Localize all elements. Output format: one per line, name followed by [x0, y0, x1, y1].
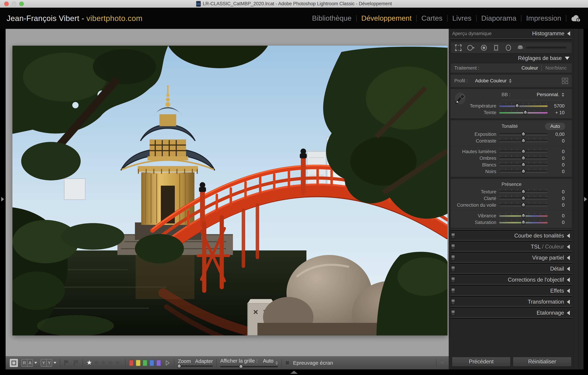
color-label-yellow[interactable] — [136, 360, 140, 366]
panel-switch[interactable] — [451, 266, 455, 272]
auto-tone-button[interactable]: Auto — [545, 123, 565, 130]
slider-value[interactable]: 0 — [548, 162, 572, 168]
white-balance-eyedropper-icon[interactable] — [454, 91, 467, 106]
before-after-splitscreen-button[interactable]: YY — [41, 359, 52, 367]
wb-stepper-icon[interactable] — [562, 93, 564, 97]
zoom-window-button[interactable] — [19, 1, 24, 6]
toolbar-options-icon[interactable] — [440, 362, 444, 364]
slider-label[interactable]: Texture — [451, 189, 499, 195]
panel-switch[interactable] — [451, 310, 455, 316]
panel-header-lens-corrections[interactable]: Corrections de l'objectif — [449, 276, 574, 284]
histogram-collapse-icon[interactable] — [567, 31, 570, 36]
slider-value[interactable]: 0,00 — [548, 132, 572, 137]
slider-value[interactable]: 0 — [548, 149, 572, 154]
before-after-dropdown-icon[interactable] — [34, 362, 37, 364]
module-bibliotheque[interactable]: Bibliothèque — [307, 14, 356, 22]
texture-slider[interactable] — [499, 191, 548, 193]
slider-label[interactable]: Clarté — [451, 196, 499, 201]
slider-label[interactable]: Blancs — [451, 162, 499, 168]
panel-switch[interactable] — [451, 288, 455, 294]
color-label-green[interactable] — [143, 360, 147, 366]
slider-label[interactable]: Exposition — [451, 132, 499, 137]
slider-value[interactable]: 5700 — [548, 103, 572, 109]
slider-knob[interactable] — [520, 131, 526, 137]
panel-switch[interactable] — [451, 255, 455, 261]
radial-filter-tool-icon[interactable] — [504, 44, 512, 52]
profile-stepper-icon[interactable] — [509, 79, 512, 83]
slider-label[interactable]: Saturation — [451, 220, 499, 225]
slider-label[interactable]: Ombres — [451, 156, 499, 161]
vibrance-slider[interactable] — [499, 215, 548, 217]
fit-label[interactable]: Adapter — [195, 358, 213, 364]
color-label-red[interactable] — [129, 360, 134, 366]
clarity-slider[interactable] — [499, 197, 548, 200]
module-cartes[interactable]: Cartes — [417, 14, 447, 22]
panel-switch[interactable] — [451, 299, 455, 305]
profile-browser-icon[interactable] — [562, 78, 568, 84]
panel-header-split-toning[interactable]: Virage partiel — [449, 253, 574, 262]
flag-pick-icon[interactable] — [64, 359, 70, 366]
smart-preview-status[interactable]: Aperçu dynamique — [452, 31, 492, 36]
panel-scrollbar[interactable] — [574, 29, 579, 369]
exposure-slider[interactable] — [499, 133, 548, 135]
close-window-button[interactable] — [4, 1, 9, 6]
module-developpement[interactable]: Développement — [357, 14, 416, 22]
slider-value[interactable]: 0 — [548, 156, 572, 161]
collapse-arrow-icon[interactable] — [567, 311, 570, 315]
dehaze-slider[interactable] — [499, 204, 548, 206]
reset-button[interactable]: Réinitialiser — [513, 357, 572, 367]
profile-value[interactable]: Adobe Couleur — [475, 78, 507, 84]
collapse-arrow-icon[interactable] — [567, 278, 570, 282]
panel-switch[interactable] — [451, 277, 455, 283]
collapse-arrow-icon[interactable] — [567, 267, 570, 271]
slider-value[interactable]: 0 — [548, 138, 572, 144]
temperature-slider[interactable] — [499, 105, 548, 107]
color-label-blue[interactable] — [149, 360, 154, 366]
slider-value[interactable]: 0 — [548, 203, 572, 208]
module-impression[interactable]: Impression — [521, 14, 566, 22]
splitscreen-dropdown-icon[interactable] — [53, 362, 56, 364]
saturation-slider[interactable] — [499, 222, 548, 223]
panel-header-effects[interactable]: Effets — [449, 287, 574, 295]
blacks-slider[interactable] — [499, 171, 548, 173]
panel-header-tone-curve[interactable]: Courbe des tonalités — [449, 232, 574, 240]
slider-value[interactable]: + 10 — [548, 110, 572, 115]
play-slideshow-icon[interactable] — [165, 359, 170, 366]
whites-slider[interactable] — [499, 164, 548, 166]
panel-header-calibration[interactable]: Etalonnage — [449, 309, 574, 317]
collapse-arrow-icon[interactable] — [567, 289, 570, 293]
slider-value[interactable]: 0 — [548, 220, 572, 225]
loupe-view-button[interactable] — [10, 359, 18, 367]
zoom-label[interactable]: Zoom — [178, 358, 191, 364]
before-after-leftright-button[interactable]: RA — [21, 359, 33, 367]
star-rating[interactable]: ★★★★★ — [86, 359, 122, 366]
grid-slider-knob[interactable] — [238, 364, 244, 369]
cloud-alert-icon[interactable] — [570, 15, 581, 22]
softproof-label[interactable]: Epreuvage écran — [293, 360, 333, 366]
show-filmstrip-arrow-icon[interactable] — [290, 371, 298, 374]
slider-value[interactable]: 0 — [548, 213, 572, 219]
contrast-slider[interactable] — [499, 140, 548, 142]
basic-panel-header[interactable]: Réglages de base — [449, 54, 574, 62]
collapse-arrow-icon[interactable] — [567, 300, 570, 304]
slider-label[interactable]: Teinte — [451, 110, 499, 115]
basic-expand-icon[interactable] — [565, 57, 569, 60]
minimize-window-button[interactable] — [12, 1, 16, 6]
spot-removal-tool-icon[interactable] — [467, 44, 476, 52]
collapse-arrow-icon[interactable] — [567, 244, 570, 249]
adjustment-brush-tool-icon[interactable] — [517, 44, 524, 52]
show-left-panel-arrow-icon[interactable] — [1, 197, 4, 202]
highlights-slider[interactable] — [499, 151, 548, 153]
module-diaporama[interactable]: Diaporama — [476, 14, 521, 22]
panel-header-transform[interactable]: Transformation — [449, 298, 574, 306]
slider-label[interactable]: Vibrance — [451, 213, 499, 219]
crop-tool-icon[interactable] — [454, 44, 462, 52]
grid-size-slider[interactable] — [220, 366, 278, 368]
panel-switch[interactable] — [451, 244, 455, 250]
graduated-filter-tool-icon[interactable] — [492, 44, 500, 52]
slider-value[interactable]: 0 — [548, 189, 572, 195]
module-livres[interactable]: Livres — [448, 14, 476, 22]
flag-reject-icon[interactable] — [73, 359, 79, 366]
histogram-panel-title[interactable]: Histogramme — [532, 30, 564, 37]
wb-preset-value[interactable]: Personnal. — [537, 92, 559, 97]
